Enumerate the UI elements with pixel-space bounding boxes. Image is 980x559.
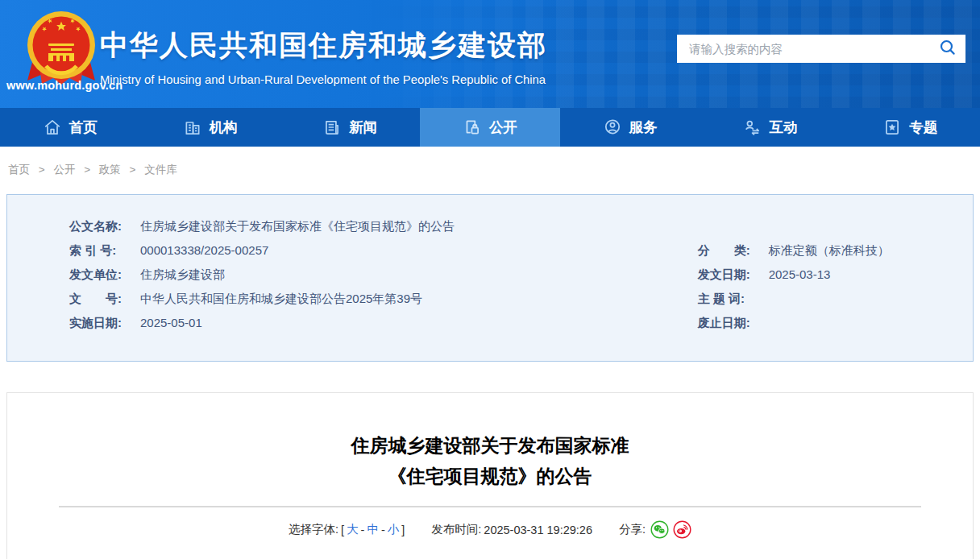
bracket-close: ]: [401, 524, 405, 536]
main-navigation: 首页 机构 新闻: [0, 108, 980, 147]
doc-field-value: 000013338/2025-00257: [140, 243, 268, 257]
font-size-medium-link[interactable]: 中: [367, 522, 379, 537]
doc-field-value: 2025-03-13: [769, 267, 831, 281]
doc-field-label: 分 类:: [698, 238, 762, 263]
nav-item-label: 服务: [629, 118, 658, 137]
font-size-label: 选择字体:: [289, 522, 338, 537]
doc-field-label: 发文单位:: [69, 263, 134, 287]
doc-field-label: 索 引 号:: [69, 238, 134, 263]
article-title-line1: 住房城乡建设部关于发布国家标准: [7, 430, 973, 461]
doc-field-issue-date: 发文日期:2025-03-13: [669, 263, 973, 287]
nav-item-label: 机构: [210, 118, 238, 137]
doc-field-label: 主 题 词:: [698, 287, 762, 311]
article-meta-bar: 选择字体: [ 大 - 中 - 小 ] 发布时间: 2025-03-31 19:…: [7, 520, 973, 539]
star-document-icon: [882, 118, 902, 137]
breadcrumb-separator: >: [130, 164, 136, 176]
weibo-share-icon[interactable]: [673, 520, 691, 539]
doc-field-value: 住房城乡建设部: [140, 267, 225, 281]
building-icon: [183, 118, 202, 137]
nav-item-topics[interactable]: 专题: [840, 108, 980, 147]
publish-time-label: 发布时间:: [431, 522, 481, 537]
nav-item-organization[interactable]: 机构: [140, 108, 280, 147]
nav-item-services[interactable]: 服务: [560, 108, 700, 147]
doc-field-implementation-date: 实施日期:2025-05-01: [7, 311, 669, 335]
nav-item-news[interactable]: 新闻: [280, 108, 420, 147]
font-size-large-link[interactable]: 大: [347, 522, 359, 537]
home-icon: [43, 118, 62, 137]
bracket-open: [: [341, 524, 344, 536]
nav-item-interaction[interactable]: 互动: [700, 108, 841, 147]
nav-item-label: 首页: [69, 118, 98, 137]
search-button[interactable]: [930, 35, 965, 63]
share-label: 分享:: [619, 522, 646, 537]
doc-field-value: 中华人民共和国住房和城乡建设部公告2025年第39号: [140, 292, 422, 305]
breadcrumb-item-library[interactable]: 文件库: [144, 164, 177, 176]
doc-field-name: 公文名称:住房城乡建设部关于发布国家标准《住宅项目规范》的公告: [7, 214, 973, 238]
breadcrumb: 首页 > 公开 > 政策 > 文件库: [0, 147, 980, 177]
doc-field-category: 分 类:标准定额（标准科技）: [669, 238, 973, 263]
article-title: 住房城乡建设部关于发布国家标准 《住宅项目规范》的公告: [7, 430, 973, 491]
doc-field-document-number: 文 号:中华人民共和国住房和城乡建设部公告2025年第39号: [7, 287, 669, 311]
nav-item-label: 互动: [769, 118, 797, 137]
search-icon: [939, 39, 957, 60]
article-title-line2: 《住宅项目规范》的公告: [7, 461, 973, 491]
doc-field-index-number: 索 引 号:000013338/2025-00257: [7, 238, 669, 263]
newspaper-icon: [322, 118, 342, 137]
breadcrumb-item-disclosure[interactable]: 公开: [53, 164, 75, 176]
doc-field-label: 废止日期:: [698, 311, 762, 335]
doc-field-keywords: 主 题 词:: [669, 287, 973, 311]
doc-field-label: 公文名称:: [69, 214, 134, 238]
nav-item-label: 公开: [489, 118, 517, 137]
doc-field-value: 2025-05-01: [140, 316, 202, 329]
documents-icon: [463, 118, 482, 137]
site-header: www.mohurd.gov.cn 中华人民共和国住房和城乡建设部 Minist…: [0, 0, 980, 108]
doc-field-issuing-unit: 发文单位:住房城乡建设部: [7, 263, 669, 287]
breadcrumb-item-policy[interactable]: 政策: [99, 164, 121, 176]
doc-field-label: 文 号:: [69, 287, 134, 311]
breadcrumb-separator: >: [84, 164, 90, 176]
dash-separator: -: [381, 524, 385, 536]
breadcrumb-item-home[interactable]: 首页: [8, 164, 30, 176]
dash-separator: -: [361, 524, 365, 536]
site-subtitle: Ministry of Housing and Urban-Rural Deve…: [100, 73, 547, 86]
publish-time-value: 2025-03-31 19:29:26: [484, 524, 592, 536]
nav-item-label: 专题: [909, 118, 937, 137]
doc-field-repeal-date: 废止日期:: [669, 311, 973, 335]
search-bar: [677, 35, 965, 63]
title-divider: [59, 506, 921, 507]
doc-field-value: 标准定额（标准科技）: [769, 243, 890, 257]
doc-field-value: 住房城乡建设部关于发布国家标准《住宅项目规范》的公告: [140, 219, 455, 233]
site-title: 中华人民共和国住房和城乡建设部: [100, 27, 547, 64]
breadcrumb-separator: >: [39, 164, 45, 176]
wechat-share-icon[interactable]: [650, 520, 669, 539]
nav-item-disclosure[interactable]: 公开: [420, 108, 560, 147]
person-icon: [603, 118, 622, 137]
search-input[interactable]: [677, 35, 930, 63]
article-container: 住房城乡建设部关于发布国家标准 《住宅项目规范》的公告 选择字体: [ 大 - …: [6, 392, 974, 559]
doc-field-label: 实施日期:: [69, 311, 134, 335]
nav-item-label: 新闻: [349, 118, 377, 137]
doc-field-label: 发文日期:: [698, 263, 762, 287]
document-info-panel: 公文名称:住房城乡建设部关于发布国家标准《住宅项目规范》的公告 索 引 号:00…: [6, 194, 974, 362]
nav-item-home[interactable]: 首页: [0, 108, 140, 147]
font-size-small-link[interactable]: 小: [388, 522, 400, 537]
person-arrows-icon: [742, 118, 762, 137]
